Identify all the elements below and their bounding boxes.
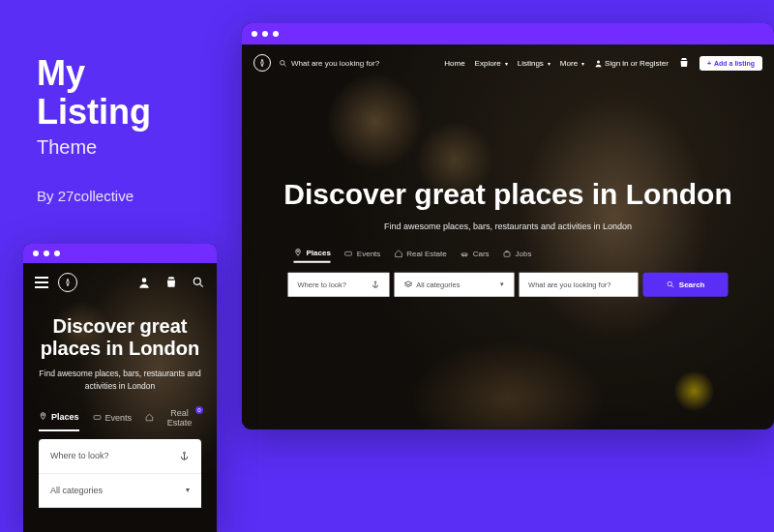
tab-places[interactable]: Places — [39, 408, 79, 431]
top-navigation: What are you looking for? Home Explore▾ … — [242, 44, 774, 81]
briefcase-icon — [503, 249, 512, 257]
search-bar: Where to look? All categories ▾ What are… — [269, 272, 748, 296]
mobile-categories-field[interactable]: All categories ▾ — [39, 474, 201, 508]
mobile-hero-title: Discover great places in London — [35, 315, 205, 360]
svg-rect-5 — [345, 251, 352, 255]
window-titlebar — [23, 244, 217, 263]
tab-cars[interactable]: Cars — [461, 248, 490, 262]
chevron-down-icon: ▾ — [186, 486, 190, 494]
search-icon — [667, 280, 675, 288]
window-titlebar — [242, 23, 774, 44]
promo-text: My Listing Theme By 27collective — [37, 54, 151, 204]
nav-more[interactable]: More▾ — [560, 59, 584, 68]
nav-signin[interactable]: Sign in or Register — [594, 59, 669, 68]
window-dot — [54, 251, 60, 256]
window-dot — [262, 31, 268, 37]
window-dot — [252, 31, 257, 37]
chevron-down-icon: ▾ — [548, 60, 551, 67]
svg-point-10 — [374, 281, 376, 282]
svg-rect-20 — [94, 416, 101, 420]
ticket-icon — [344, 249, 353, 257]
svg-line-14 — [671, 285, 673, 287]
svg-marker-12 — [404, 281, 412, 284]
ticket-icon — [93, 413, 102, 422]
pin-icon — [39, 412, 47, 421]
mobile-hero: Discover great places in London Find awe… — [23, 263, 217, 532]
svg-line-2 — [283, 64, 285, 66]
hero-title: Discover great places in London — [269, 178, 748, 212]
compass-logo-icon[interactable] — [58, 273, 77, 292]
tab-real-estate[interactable]: Real Estate 0 — [145, 408, 201, 431]
search-button[interactable]: Search — [643, 272, 729, 296]
user-icon[interactable] — [137, 276, 151, 289]
mobile-preview-window: Discover great places in London Find awe… — [23, 244, 217, 532]
search-categories-field[interactable]: All categories ▾ — [394, 272, 514, 296]
home-icon — [145, 413, 154, 422]
promo-title: My Listing — [37, 54, 151, 131]
hero-section: What are you looking for? Home Explore▾ … — [242, 44, 774, 429]
compass-logo-icon[interactable] — [253, 54, 271, 72]
tab-real-estate[interactable]: Real Estate — [394, 248, 446, 262]
anchor-icon — [371, 280, 379, 288]
svg-point-21 — [184, 452, 186, 454]
cart-icon[interactable] — [164, 276, 178, 289]
svg-marker-15 — [67, 279, 70, 286]
svg-point-19 — [43, 414, 45, 416]
window-dot — [273, 31, 279, 37]
car-icon — [461, 249, 469, 257]
mobile-hero-subtitle: Find awesome places, bars, restaurants a… — [35, 368, 205, 393]
svg-point-4 — [297, 251, 299, 252]
svg-line-18 — [199, 283, 203, 287]
mobile-nav — [23, 263, 217, 302]
promo-title-line1: My — [37, 53, 85, 93]
mobile-category-tabs: Places Events Real Estate 0 — [35, 408, 205, 439]
badge-count: 0 — [195, 406, 203, 414]
chevron-down-icon: ▾ — [505, 60, 508, 67]
tab-jobs[interactable]: Jobs — [503, 248, 532, 262]
desktop-preview-window: What are you looking for? Home Explore▾ … — [242, 23, 774, 429]
mobile-search-form: Where to look? All categories ▾ — [39, 439, 201, 508]
anchor-icon — [179, 451, 190, 461]
svg-point-16 — [142, 278, 147, 282]
tab-events[interactable]: Events — [344, 248, 380, 262]
nav-listings[interactable]: Listings▾ — [518, 59, 551, 68]
plus-icon: + — [707, 60, 711, 67]
mobile-where-field[interactable]: Where to look? — [39, 439, 201, 474]
search-icon[interactable] — [192, 276, 205, 289]
hero-subtitle: Find awesome places, bars, restaurants a… — [269, 221, 748, 230]
window-dot — [33, 251, 39, 256]
hamburger-menu-icon[interactable] — [35, 277, 48, 288]
nav-home[interactable]: Home — [444, 59, 464, 68]
home-icon — [394, 249, 402, 257]
mobile-hero-content: Discover great places in London Find awe… — [23, 302, 217, 508]
search-what-field[interactable]: What are you looking for? — [519, 272, 639, 296]
svg-marker-0 — [261, 59, 264, 67]
svg-rect-9 — [504, 251, 510, 256]
chevron-down-icon: ▾ — [581, 60, 584, 67]
tab-places[interactable]: Places — [294, 248, 331, 262]
window-dot — [44, 251, 49, 256]
layers-icon — [403, 280, 412, 288]
top-search-placeholder: What are you looking for? — [291, 59, 379, 68]
nav-explore[interactable]: Explore▾ — [475, 59, 508, 68]
nav-links: Home Explore▾ Listings▾ More▾ Sign in or… — [444, 56, 762, 71]
svg-point-3 — [597, 60, 600, 63]
promo-subtitle: Theme — [37, 136, 151, 159]
promo-author: By 27collective — [37, 188, 151, 204]
tab-events[interactable]: Events — [93, 408, 133, 431]
chevron-down-icon: ▾ — [500, 281, 504, 288]
cart-icon[interactable] — [678, 57, 690, 69]
promo-title-line2: Listing — [37, 92, 151, 132]
search-where-field[interactable]: Where to look? — [288, 272, 390, 296]
pin-icon — [294, 248, 303, 256]
user-icon — [594, 59, 603, 68]
add-listing-button[interactable]: + Add a listing — [700, 56, 762, 71]
search-icon — [279, 59, 287, 68]
hero-content: Discover great places in London Find awe… — [269, 178, 748, 297]
category-tabs: Places Events Real Estate Cars Jobs — [269, 248, 748, 262]
top-search[interactable]: What are you looking for? — [279, 59, 379, 68]
